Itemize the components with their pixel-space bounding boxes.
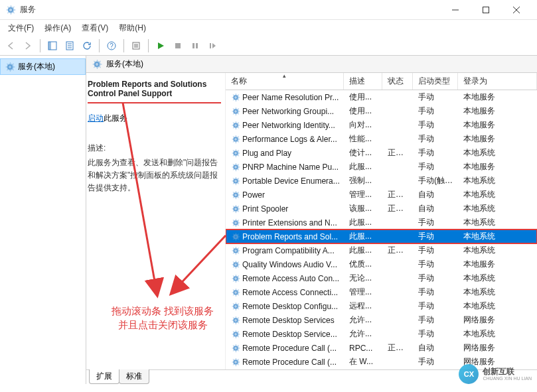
service-name: Performance Logs & Aler... xyxy=(242,135,337,144)
app-icon xyxy=(5,5,16,15)
gear-icon xyxy=(231,107,240,116)
service-row[interactable]: Remote Access Connecti...管理...手动本地系统 xyxy=(226,285,537,299)
service-name: Print Spooler xyxy=(242,204,288,214)
service-desc: 该服... xyxy=(344,203,382,214)
service-logon: 本地系统 xyxy=(458,273,537,284)
play-icon xyxy=(157,42,165,50)
service-logon: 本地服务 xyxy=(458,105,537,117)
service-desc: 向对... xyxy=(344,119,382,131)
service-desc: 强制... xyxy=(344,175,382,186)
refresh-button[interactable] xyxy=(79,38,95,54)
gear-icon xyxy=(231,344,240,353)
list-body[interactable]: Peer Name Resolution Pr...使用...手动本地服务Pee… xyxy=(226,90,537,369)
menu-action[interactable]: 操作(A) xyxy=(39,21,76,36)
service-logon: 网络服务 xyxy=(458,342,537,354)
service-row[interactable]: Problem Reports and Sol...此服...手动本地系统 xyxy=(226,229,537,243)
service-name: Remote Access Auto Con... xyxy=(242,274,339,283)
service-row[interactable]: Remote Desktop Configu...远程...手动本地系统 xyxy=(226,299,537,313)
service-status: 正在... xyxy=(382,203,413,214)
service-desc: 无论... xyxy=(344,273,382,284)
service-row[interactable]: Printer Extensions and N...此服...手动本地系统 xyxy=(226,216,537,229)
help-button[interactable]: ? xyxy=(104,38,119,54)
service-logon: 网络服务 xyxy=(458,314,537,326)
gear-icon xyxy=(231,330,240,339)
main-header: 服务(本地) xyxy=(86,56,537,73)
col-logon[interactable]: 登录为 xyxy=(458,73,537,90)
tree-panel: 服务(本地) xyxy=(0,56,86,384)
menu-file[interactable]: 文件(F) xyxy=(3,21,39,36)
col-status[interactable]: 状态 xyxy=(382,73,413,90)
service-startup: 手动 xyxy=(413,119,458,131)
service-desc: 此服... xyxy=(344,217,382,228)
close-button[interactable] xyxy=(501,0,532,20)
tab-standard[interactable]: 标准 xyxy=(119,369,149,384)
start-service-line: 启动此服务 xyxy=(88,113,221,124)
gear-icon xyxy=(231,302,240,311)
service-startup: 手动 xyxy=(413,287,458,298)
tree-root-item[interactable]: 服务(本地) xyxy=(0,58,86,75)
service-name: Quality Windows Audio V... xyxy=(242,260,337,269)
col-desc[interactable]: 描述 xyxy=(344,73,382,90)
service-logon: 本地服务 xyxy=(458,259,537,270)
service-row[interactable]: Remote Desktop Service...允许...手动本地系统 xyxy=(226,327,537,341)
gear-icon xyxy=(231,274,240,283)
service-row[interactable]: Remote Desktop Services允许...手动网络服务 xyxy=(226,313,537,327)
start-link[interactable]: 启动 xyxy=(88,113,104,123)
tab-extended[interactable]: 扩展 xyxy=(89,369,119,384)
svg-rect-8 xyxy=(175,43,181,48)
service-row[interactable]: Remote Procedure Call (...RPC...正在...自动网… xyxy=(226,341,537,355)
stop-icon xyxy=(174,42,182,50)
service-row[interactable]: Peer Networking Groupi...使用...手动本地服务 xyxy=(226,104,537,118)
service-row[interactable]: Peer Networking Identity...向对...手动本地服务 xyxy=(226,118,537,132)
svg-rect-9 xyxy=(192,43,194,48)
export-button[interactable] xyxy=(62,38,78,54)
menu-help[interactable]: 帮助(H) xyxy=(114,21,151,36)
titlebar: 服务 xyxy=(0,0,537,20)
pause-service-button[interactable] xyxy=(187,38,203,54)
stop-service-button[interactable] xyxy=(170,38,186,54)
service-startup: 手动 xyxy=(413,133,458,145)
service-row[interactable]: Performance Logs & Aler...性能...手动本地服务 xyxy=(226,132,537,146)
minimize-button[interactable] xyxy=(440,0,471,20)
forward-button[interactable] xyxy=(20,38,36,54)
col-startup[interactable]: 启动类型 xyxy=(413,73,458,90)
detail-title: Problem Reports and Solutions Control Pa… xyxy=(88,80,221,98)
properties-button[interactable] xyxy=(128,38,144,54)
service-name: Remote Desktop Service... xyxy=(242,330,337,339)
show-hide-tree-button[interactable] xyxy=(44,38,60,54)
gear-icon xyxy=(231,190,240,200)
service-row[interactable]: Program Compatibility A...此服...正在...手动本地… xyxy=(226,243,537,257)
service-logon: 本地服务 xyxy=(458,161,537,172)
service-name: Remote Desktop Configu... xyxy=(242,302,338,311)
gear-icon xyxy=(231,260,240,269)
service-logon: 本地服务 xyxy=(458,92,537,103)
service-desc: 此服... xyxy=(344,245,382,256)
col-name[interactable]: 名称▴ xyxy=(226,73,344,90)
gear-icon xyxy=(231,218,240,228)
service-row[interactable]: Portable Device Enumera...强制...手动(触发...本… xyxy=(226,174,537,188)
service-row[interactable]: Power管理...正在...自动本地系统 xyxy=(226,188,537,202)
back-button[interactable] xyxy=(3,38,19,54)
content-area: 服务(本地) 服务(本地) Problem Reports and Soluti… xyxy=(0,56,537,384)
start-service-button[interactable] xyxy=(153,38,169,54)
service-row[interactable]: PNRP Machine Name Pu...此服...手动本地服务 xyxy=(226,160,537,174)
forward-icon xyxy=(23,41,33,50)
service-row[interactable]: Print Spooler该服...正在...自动本地系统 xyxy=(226,202,537,216)
service-desc: 此服... xyxy=(344,161,382,172)
gear-icon xyxy=(231,176,240,186)
service-row[interactable]: Plug and Play使计...正在...手动本地系统 xyxy=(226,146,537,160)
service-name: Portable Device Enumera... xyxy=(242,176,340,186)
service-logon: 本地系统 xyxy=(458,231,537,242)
restart-service-button[interactable] xyxy=(204,38,220,54)
service-row[interactable]: Remote Access Auto Con...无论...手动本地系统 xyxy=(226,271,537,285)
menu-view[interactable]: 查看(V) xyxy=(76,21,114,36)
service-desc: 优质... xyxy=(344,259,382,270)
service-startup: 手动 xyxy=(413,314,458,326)
service-name: Plug and Play xyxy=(242,149,291,158)
service-name: Peer Networking Identity... xyxy=(242,121,335,130)
main-panel: 服务(本地) Problem Reports and Solutions Con… xyxy=(86,56,537,384)
service-row[interactable]: Peer Name Resolution Pr...使用...手动本地服务 xyxy=(226,90,537,104)
maximize-button[interactable] xyxy=(471,0,501,20)
gear-icon xyxy=(231,358,240,367)
service-row[interactable]: Quality Windows Audio V...优质...手动本地服务 xyxy=(226,257,537,271)
